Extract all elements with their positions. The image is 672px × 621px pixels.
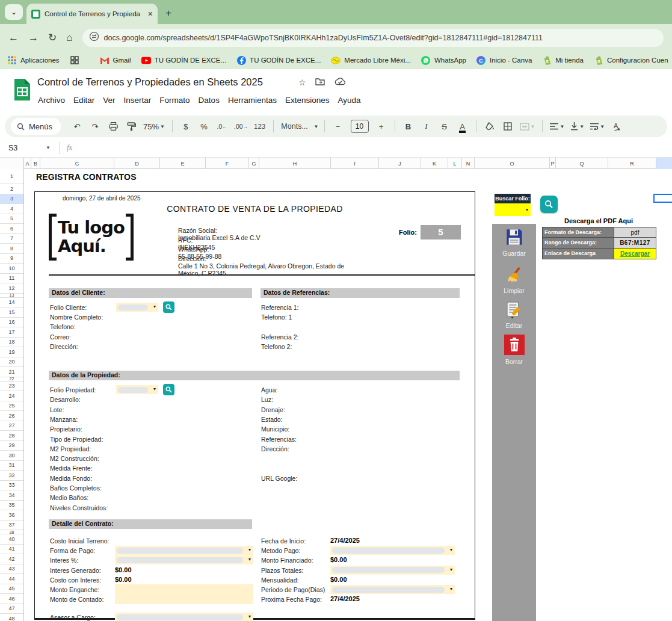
bookmark-aplicaciones[interactable]: Aplicaciones — [7, 55, 60, 65]
row-header-30[interactable]: 30 — [0, 451, 23, 461]
column-header-F[interactable]: F — [206, 158, 249, 169]
row-header-25[interactable]: 25 — [0, 401, 23, 412]
star-icon[interactable]: ☆ — [298, 78, 306, 87]
row-header-41[interactable]: 41 — [0, 545, 23, 555]
action-button-editar[interactable]: Editar — [492, 300, 536, 329]
row-header-5[interactable]: 5 — [0, 214, 23, 224]
text-wrap-button[interactable]: ▼ — [588, 119, 606, 134]
bookmark-collections[interactable] — [70, 55, 79, 65]
row-header-20[interactable]: 20 — [0, 357, 23, 368]
increase-decimals-button[interactable]: .00→ — [232, 119, 250, 134]
row-header-6[interactable]: 6 — [0, 224, 23, 234]
horizontal-align-button[interactable]: ▼ — [548, 119, 566, 134]
row-header-31[interactable]: 31 — [0, 461, 23, 471]
field-input[interactable] — [115, 584, 253, 595]
home-icon[interactable]: ⌂ — [66, 32, 72, 44]
row-header-3[interactable]: 3 — [0, 194, 23, 205]
column-header-L[interactable]: L — [448, 158, 462, 169]
row-header-45[interactable]: 45 — [0, 584, 23, 595]
field-dropdown[interactable]: ▾ — [115, 555, 253, 564]
redo-button[interactable]: ↷ — [87, 119, 103, 134]
bookmark-whatsapp[interactable]: WhatsApp — [421, 55, 466, 65]
column-header-E[interactable]: E — [160, 158, 206, 169]
column-header-H[interactable]: H — [259, 158, 331, 169]
row-header-43[interactable]: 43 — [0, 564, 23, 575]
row-header-4[interactable]: 4 — [0, 204, 23, 214]
column-header-B[interactable]: B — [31, 158, 40, 169]
move-to-folder-icon[interactable] — [315, 78, 325, 87]
action-button-guardar[interactable]: Guardar — [492, 227, 536, 257]
row-header-46[interactable]: 46 — [0, 594, 23, 604]
row-header-15[interactable]: 15 — [0, 307, 23, 318]
row-header-24[interactable]: 24 — [0, 391, 23, 401]
cloud-status-icon[interactable] — [334, 78, 345, 87]
bookmark-configuracion-cuen[interactable]: SConfiguracion Cuen — [594, 55, 668, 65]
fill-color-button[interactable] — [482, 119, 498, 134]
column-header-G[interactable]: G — [249, 158, 259, 169]
row-header-38[interactable]: 38 — [0, 530, 23, 534]
column-header-D[interactable]: D — [114, 158, 160, 169]
field-search-button[interactable] — [163, 384, 174, 395]
row-header-7[interactable]: 7 — [0, 234, 23, 244]
name-box[interactable]: S3 — [0, 144, 46, 152]
column-header-S[interactable] — [656, 158, 672, 169]
row-header-1[interactable]: 1 — [0, 169, 23, 184]
tab-search-button[interactable]: ⌄ — [5, 4, 23, 20]
column-header-O[interactable]: O — [475, 158, 550, 169]
column-header-A[interactable]: A — [24, 158, 31, 169]
borders-button[interactable] — [500, 119, 516, 134]
increase-font-size-button[interactable]: + — [374, 119, 389, 134]
bookmark-inicio-canva[interactable]: CInicio - Canva — [476, 55, 532, 65]
action-button-limpiar[interactable]: Limpiar — [492, 266, 536, 294]
menu-editar[interactable]: Editar — [69, 93, 99, 107]
row-header-26[interactable]: 26 — [0, 411, 23, 421]
menu-ayuda[interactable]: Ayuda — [333, 93, 365, 107]
text-rotation-button[interactable]: A — [609, 119, 624, 134]
field-search-button[interactable] — [163, 301, 174, 313]
row-header-33[interactable]: 33 — [0, 481, 23, 491]
row-header-8[interactable]: 8 — [0, 244, 23, 254]
row-header-21[interactable]: 21 — [0, 367, 23, 377]
back-icon[interactable]: ← — [8, 32, 19, 44]
row-header-9[interactable]: 9 — [0, 254, 23, 264]
action-button-borrar[interactable]: Borrar — [492, 335, 536, 365]
menu-ver[interactable]: Ver — [99, 93, 119, 107]
bookmark-gmail[interactable]: Gmail — [100, 55, 131, 65]
document-title[interactable]: Control de Terrenos y Propiedades en She… — [37, 76, 263, 88]
field-dropdown[interactable]: ▾ — [115, 613, 253, 621]
menus-search-button[interactable]: Menús — [11, 118, 61, 135]
row-header-17[interactable]: 17 — [0, 327, 23, 338]
font-select[interactable]: Monts... — [279, 119, 310, 134]
column-header-J[interactable]: J — [379, 158, 421, 169]
row-header-37[interactable]: 37 — [0, 521, 23, 531]
row-header-35[interactable]: 35 — [0, 501, 23, 511]
bold-button[interactable]: B — [401, 119, 416, 134]
row-header-29[interactable]: 29 — [0, 441, 23, 451]
row-header-10[interactable]: 10 — [0, 264, 23, 274]
decrease-decimals-button[interactable]: .0← — [214, 119, 230, 134]
menu-insertar[interactable]: Insertar — [120, 93, 156, 107]
row-header-13[interactable]: 13 — [0, 294, 23, 298]
strikethrough-button[interactable]: S — [437, 119, 452, 134]
menu-datos[interactable]: Datos — [194, 93, 224, 107]
row-header-27[interactable]: 27 — [0, 421, 23, 431]
field-input[interactable] — [115, 594, 253, 604]
chevron-down-icon[interactable]: ▼ — [46, 145, 51, 150]
menu-formato[interactable]: Formato — [155, 93, 194, 107]
row-header-36[interactable]: 36 — [0, 510, 23, 521]
more-formats-button[interactable]: 123 — [252, 119, 268, 134]
row-header-42[interactable]: 42 — [0, 554, 23, 564]
row-header-23[interactable]: 23 — [0, 382, 23, 392]
column-header-C[interactable]: C — [40, 158, 114, 169]
column-header-K[interactable]: K — [421, 158, 448, 169]
zoom-select[interactable]: 75%▼ — [141, 119, 167, 134]
field-dropdown[interactable]: ▾ — [115, 546, 253, 555]
column-header-P[interactable]: P — [550, 158, 556, 169]
italic-button[interactable]: I — [419, 119, 434, 134]
font-size-input[interactable]: 10 — [351, 120, 369, 133]
column-header-R[interactable]: R — [608, 158, 656, 169]
bookmark-tu-god-n-de-exce[interactable]: TU GODÍN DE EXCE... — [141, 55, 227, 65]
field-dropdown[interactable]: ▾ — [330, 566, 455, 575]
bookmark-tu-god-n-de-exce[interactable]: TU GODÍN De EXCE... — [236, 55, 321, 65]
vertical-align-button[interactable]: ▼ — [569, 119, 586, 134]
